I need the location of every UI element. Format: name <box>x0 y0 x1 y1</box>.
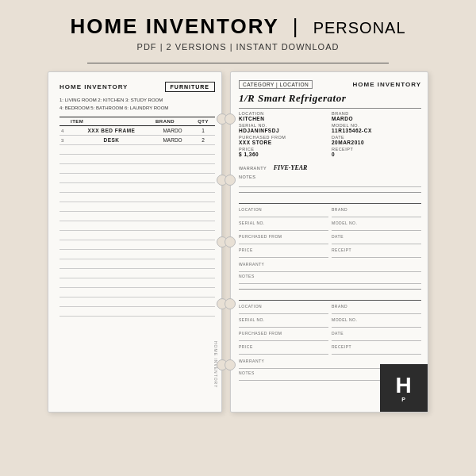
row-brand-empty <box>154 183 191 193</box>
blank-fields-1: LOCATION BRAND SERIAL NO. MODEL NO. PURC… <box>239 207 421 260</box>
rooms-line1: 1: LIVING ROOM 2: KITCHEN 3: STUDY ROOM <box>60 97 215 105</box>
row-no-empty <box>60 269 69 278</box>
row-qty-empty <box>191 288 215 298</box>
table-row-empty <box>60 278 215 288</box>
purchased-value: XXX STORE <box>239 140 328 145</box>
main-title: HOME INVENTORY | Personal <box>70 14 405 39</box>
purchased-field: PURCHASED FROM XXX STORE <box>239 135 328 145</box>
left-page-title: HOME INVENTORY <box>60 83 128 90</box>
rooms-info: 1: LIVING ROOM 2: KITCHEN 3: STUDY ROOM … <box>60 97 215 112</box>
table-row-empty <box>60 269 215 278</box>
row-no-empty <box>60 278 69 288</box>
row-item-empty <box>69 212 154 221</box>
row-no-empty <box>60 212 69 221</box>
row-item-empty <box>69 164 154 174</box>
blank-name-line-2 <box>239 293 421 301</box>
blank-receipt-2: RECEIPT <box>332 344 421 355</box>
row-brand-empty <box>154 288 191 298</box>
row-item-empty <box>69 298 154 307</box>
location-field: LOCATION KITCHEN <box>239 111 328 121</box>
row-brand-empty <box>154 212 191 221</box>
blank-warranty-1: WARRANTY <box>239 262 421 272</box>
row-brand-empty <box>154 278 191 288</box>
blank-serial-1: SERIAL NO. <box>239 221 328 231</box>
row-no-empty <box>60 145 69 155</box>
preview-letter: H <box>395 374 412 397</box>
table-row-empty <box>60 155 215 164</box>
row-brand-empty <box>154 307 191 317</box>
blank-fields-2: LOCATION BRAND SERIAL NO. MODEL NO. PURC… <box>239 304 421 357</box>
table-row-empty <box>60 307 215 317</box>
row-no-empty <box>60 240 69 250</box>
row-no-empty <box>60 193 69 202</box>
left-page-header: HOME INVENTORY FURNITURE <box>60 82 215 92</box>
personal-label: Personal <box>313 19 406 36</box>
table-row-empty <box>60 240 215 250</box>
row-qty-empty <box>191 231 215 240</box>
row-brand-empty <box>154 231 191 240</box>
row-no-empty <box>60 202 69 212</box>
row-no-empty <box>60 174 69 183</box>
preview-box: H P <box>380 364 428 412</box>
row-brand-empty <box>154 298 191 307</box>
table-row-empty <box>60 183 215 193</box>
row-qty-empty <box>191 307 215 317</box>
row-no-empty <box>60 298 69 307</box>
blank-price-1: PRICE <box>239 248 328 258</box>
blank-date-1: DATE <box>332 234 421 244</box>
blank-purchased-1: PURCHASED FROM <box>239 234 328 244</box>
table-row-empty <box>60 250 215 259</box>
row-item-empty <box>69 250 154 259</box>
pages-container: HOME INVENTORY FURNITURE 1: LIVING ROOM … <box>0 71 476 413</box>
row-item-empty <box>69 145 154 155</box>
price-value: $ 1,360 <box>239 152 328 157</box>
table-row-empty <box>60 259 215 269</box>
row-brand: MARDO <box>154 136 191 145</box>
table-row-empty <box>60 174 215 183</box>
row-qty-empty <box>191 174 215 183</box>
table-row-empty <box>60 202 215 212</box>
hole <box>225 113 236 125</box>
serial-value: HDJANINFSDJ <box>239 128 328 133</box>
row-no-empty <box>60 231 69 240</box>
row-no: 3 <box>60 136 69 145</box>
row-brand-empty <box>154 174 191 183</box>
row-qty-empty <box>191 164 215 174</box>
row-qty-empty <box>191 259 215 269</box>
separator: | <box>293 14 300 38</box>
hole <box>225 175 236 186</box>
row-item-empty <box>69 202 154 212</box>
row-no-empty <box>60 288 69 298</box>
row-no-empty <box>60 259 69 269</box>
blank-location-1: LOCATION <box>239 207 328 217</box>
table-row-empty <box>60 212 215 221</box>
row-qty-empty <box>191 193 215 202</box>
left-page: HOME INVENTORY FURNITURE 1: LIVING ROOM … <box>48 71 222 413</box>
row-no-empty <box>60 164 69 174</box>
row-item-empty <box>69 307 154 317</box>
left-page-category: FURNITURE <box>165 82 215 92</box>
row-brand-empty <box>154 240 191 250</box>
table-row-empty <box>60 221 215 231</box>
warranty-value: FIVE-YEAR <box>274 164 308 171</box>
right-page-title: HOME INVENTORY <box>353 81 421 88</box>
header-divider <box>87 63 390 63</box>
row-item-empty <box>69 155 154 164</box>
row-brand-empty <box>154 164 191 174</box>
table-row-empty <box>60 231 215 240</box>
row-brand-empty <box>154 250 191 259</box>
rooms-line2: 4: BEDROOM 5: BATHROOM 6: LAUNDRY ROOM <box>60 105 215 113</box>
receipt-value: 0 <box>332 152 421 157</box>
row-no-empty <box>60 250 69 259</box>
row-brand-empty <box>154 202 191 212</box>
preview-label: P <box>401 397 406 402</box>
brand-value: MARDO <box>332 116 421 121</box>
item-details-section: LOCATION KITCHEN BRAND MARDO SERIAL NO. … <box>239 111 421 187</box>
row-brand-empty <box>154 259 191 269</box>
row-brand: MARDO <box>154 126 191 136</box>
row-no: 4 <box>60 126 69 136</box>
blank-section-1: LOCATION BRAND SERIAL NO. MODEL NO. PURC… <box>239 192 421 284</box>
date-value: 20MAR2010 <box>332 140 421 145</box>
hole <box>225 298 236 309</box>
row-item-empty <box>69 240 154 250</box>
